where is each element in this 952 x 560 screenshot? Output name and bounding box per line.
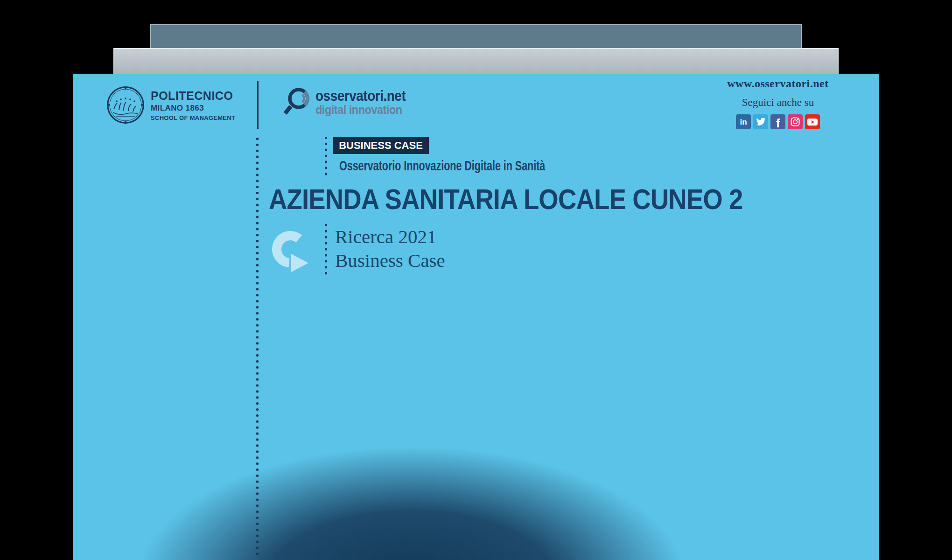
stacked-slide-middle	[113, 48, 839, 75]
follow-block: www.osservatori.net Seguici anche su in …	[703, 77, 853, 129]
circular-arrow-icon	[270, 228, 311, 275]
politecnico-wordmark: POLITECNICO MILANO 1863 SCHOOL OF MANAGE…	[151, 89, 235, 121]
politecnico-name: POLITECNICO	[151, 89, 235, 103]
website-url[interactable]: www.osservatori.net	[703, 77, 853, 90]
osservatori-logo: osservatori.net digital innovation	[282, 86, 416, 117]
logo-divider	[257, 81, 259, 129]
follow-label: Seguici anche su	[703, 97, 853, 109]
osservatori-tagline: digital innovation	[315, 103, 402, 117]
research-year-label: Ricerca 2021	[335, 225, 445, 249]
presentation-canvas: POLITECNICO MILANO 1863 SCHOOL OF MANAGE…	[0, 0, 952, 560]
osservatori-brand: osservatori.net	[315, 88, 406, 105]
politecnico-logo: POLITECNICO MILANO 1863 SCHOOL OF MANAGE…	[106, 86, 235, 124]
instagram-icon[interactable]	[788, 114, 803, 129]
dotted-line-research-segment	[324, 223, 328, 274]
osservatori-wordmark: osservatori.net digital innovation	[315, 88, 416, 117]
twitter-icon[interactable]	[753, 114, 768, 129]
youtube-icon[interactable]	[805, 114, 820, 129]
research-block: Ricerca 2021 Business Case	[335, 225, 445, 273]
linkedin-icon[interactable]: in	[736, 114, 751, 129]
politecnico-seal-icon	[106, 86, 145, 124]
stacked-slide-back	[150, 24, 802, 49]
dotted-line-badge-segment	[324, 136, 328, 178]
politecnico-milano-1863: MILANO 1863	[151, 104, 235, 113]
facebook-icon[interactable]: f	[770, 114, 785, 129]
bottom-glow-gradient	[73, 74, 879, 560]
magnifier-icon	[282, 86, 312, 116]
politecnico-school-of-management: SCHOOL OF MANAGEMENT	[151, 114, 235, 121]
slide-title: AZIENDA SANITARIA LOCALE CUNEO 2	[269, 182, 743, 216]
research-type-label: Business Case	[335, 249, 445, 273]
title-slide: POLITECNICO MILANO 1863 SCHOOL OF MANAGE…	[73, 74, 879, 560]
business-case-badge: BUSINESS CASE	[333, 137, 429, 154]
dotted-line-vertical-main	[256, 137, 259, 556]
social-icons-row: in f	[703, 114, 853, 129]
observatory-series-label: Osservatorio Innovazione Digitale in San…	[339, 158, 545, 174]
business-case-badge-label: BUSINESS CASE	[339, 140, 423, 152]
